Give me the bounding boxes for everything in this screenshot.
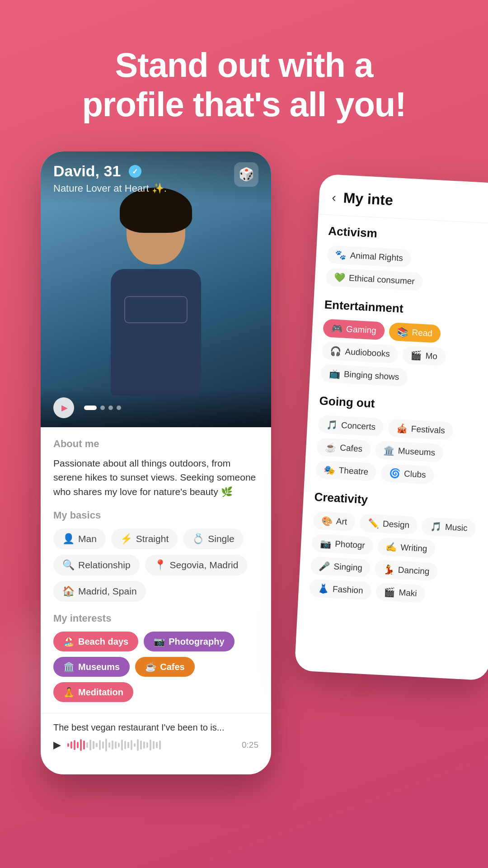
museum-icon-go: 🏛️ [383,444,394,456]
wave-bar [112,741,113,750]
profile-body: About me Passionate about all things out… [41,427,271,713]
cat-item-theatre[interactable]: 🎭 Theatre [315,460,377,481]
cat-item-reading[interactable]: 📚 Read [389,322,441,343]
cat-item-binging[interactable]: 📺 Binging shows [320,364,408,387]
dot-3[interactable] [108,406,113,410]
cat-item-singing[interactable]: 🎤 Singing [310,556,371,577]
pill-beach-days[interactable]: 🏖️ Beach days [53,632,138,651]
cat-item-movies[interactable]: 🎬 Mo [402,345,446,366]
photo-overlay-bottom [41,388,271,427]
cat-item-photography-cr[interactable]: 📷 Photogr [311,533,373,555]
audio-section: The best vegan restaurant I've been to i… [41,713,271,761]
activism-items: 🐾 Animal Rights 💚 Ethical consumer [325,245,488,295]
pill-meditation[interactable]: 🧘 Meditation [53,682,133,702]
wave-bar [153,741,155,749]
cat-item-making[interactable]: 🎬 Maki [375,582,425,603]
interests-label: My interests [53,613,258,624]
cat-item-festivals[interactable]: 🎪 Festivals [388,419,454,440]
wave-bar [74,740,75,750]
coffee-icon: ☕ [145,661,156,672]
cube-icon[interactable]: 🎲 [234,162,258,187]
wave-bar [108,742,110,748]
category-going-out: Going out 🎵 Concerts 🎪 Festivals ☕ Caf [315,394,488,487]
man-icon: 👤 [62,533,75,545]
basics-tag-single: 💍 Single [183,528,243,549]
dot-4[interactable] [117,406,121,410]
wave-bar [124,741,126,749]
cat-item-museums[interactable]: 🏛️ Museums [375,440,444,462]
cat-item-audiobooks[interactable]: 🎧 Audiobooks [322,341,399,363]
wave-bar [134,743,136,747]
wave-bar [99,740,101,750]
making-icon: 🎬 [384,586,395,598]
wave-bar [118,743,120,747]
secondary-content: Activism 🐾 Animal Rights 💚 Ethical consu… [297,214,488,627]
phones-area: David, 31 Nature Lover at Heart ✨. 🎲 [0,151,488,868]
cat-item-cafes[interactable]: ☕ Cafes [316,438,371,458]
wave-bar [140,741,142,750]
profile-tagline: Nature Lover at Heart ✨. [53,183,167,194]
cat-item-dancing[interactable]: 💃 Dancing [375,560,438,581]
shirt-detail [124,296,188,323]
meditation-icon: 🧘 [63,687,75,698]
cat-item-animal-rights[interactable]: 🐾 Animal Rights [327,245,412,268]
movie-icon: 🎬 [410,349,422,361]
person-head [127,197,185,264]
person-body [111,269,201,396]
wave-bar [121,740,123,750]
cat-item-clubs[interactable]: 🌀 Clubs [380,463,435,484]
straight-icon: ⚡ [120,533,132,545]
tv-icon: 📺 [328,368,340,379]
play-button[interactable] [53,397,74,418]
clubs-icon: 🌀 [389,467,401,479]
wave-bar [115,741,117,749]
cat-item-music-cr[interactable]: 🎵 Music [422,517,476,538]
pill-photography[interactable]: 📷 Photography [144,632,234,651]
secondary-title: My inte [343,189,394,209]
audio-play-button[interactable]: ▶ [53,739,61,751]
cat-item-concerts[interactable]: 🎵 Concerts [318,415,384,437]
cat-item-writing[interactable]: ✍️ Writing [377,537,436,558]
dot-2[interactable] [100,406,105,410]
relationship-icon: 🔍 [62,559,75,571]
cat-item-gaming[interactable]: 🎮 Gaming [323,319,385,340]
basics-tags: 👤 Man ⚡ Straight 💍 Single 🔍 Relationship [53,528,258,602]
cat-item-art[interactable]: 🎨 Art [313,511,356,532]
main-headline: Stand out with a profile that's all you! [55,45,433,124]
heart-icon: 💚 [334,272,346,283]
wave-bar [86,742,88,748]
headphones-icon: 🎧 [330,345,342,357]
creativity-items: 🎨 Art ✏️ Design 🎵 Music 📷 [309,511,486,606]
wave-bar [143,741,145,749]
cat-item-fashion[interactable]: 👗 Fashion [309,579,372,600]
coffee-icon-go: ☕ [325,442,337,453]
about-text: Passionate about all things outdoors, fr… [53,456,258,499]
wave-bar [146,742,148,748]
cat-item-design[interactable]: ✏️ Design [359,514,418,535]
basics-tag-relationship: 🔍 Relationship [53,555,140,576]
dot-1[interactable] [84,406,97,410]
wave-bar [93,741,94,749]
category-activism: Activism 🐾 Animal Rights 💚 Ethical consu… [325,224,488,295]
museum-icon: 🏛️ [63,661,75,672]
gaming-icon: 🎮 [331,323,343,334]
wave-bar [83,741,85,750]
main-phone: David, 31 Nature Lover at Heart ✨. 🎲 [41,151,271,775]
going-out-items: 🎵 Concerts 🎪 Festivals ☕ Cafes 🏛️ [315,415,488,487]
pill-cafes[interactable]: ☕ Cafes [135,657,194,677]
wave-bar [77,742,79,748]
back-arrow-icon[interactable]: ‹ [332,190,337,204]
photo-overlay-top: David, 31 Nature Lover at Heart ✨. 🎲 [41,151,271,205]
camera-cr-icon: 📷 [320,538,332,549]
wave-bar [105,739,107,751]
cat-item-ethical[interactable]: 💚 Ethical consumer [325,268,423,291]
category-entertainment: Entertainment 🎮 Gaming 📚 Read 🎧 Audio [320,297,488,391]
wave-bar [70,741,72,749]
audio-controls: ▶ [53,738,258,752]
profile-name: David, 31 [53,162,167,180]
music-cr-icon: 🎵 [430,521,441,532]
wave-bar [67,743,69,747]
wave-bar [131,740,132,750]
pill-museums[interactable]: 🏛️ Museums [53,657,130,677]
wave-bar [127,742,129,748]
